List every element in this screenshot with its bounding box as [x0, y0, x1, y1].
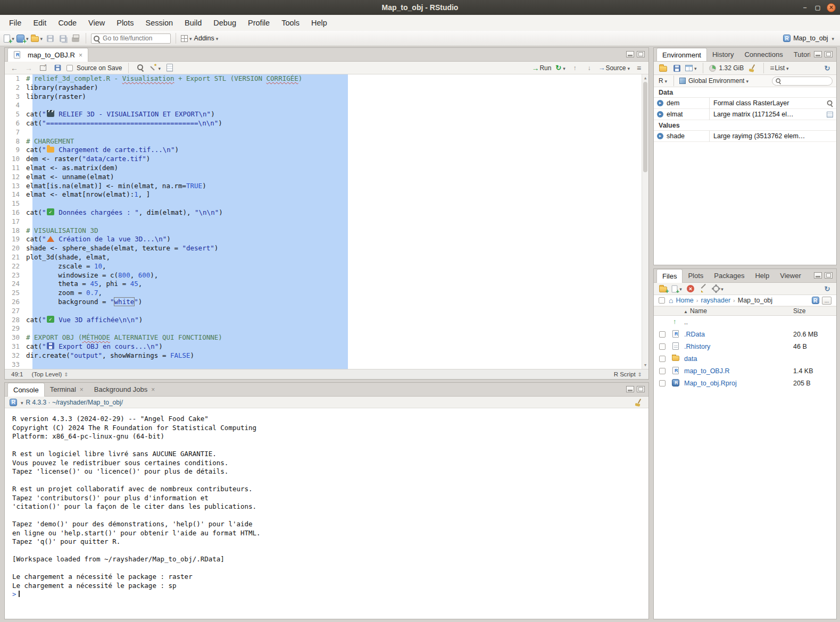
files-tab-plots[interactable]: Plots	[683, 269, 709, 282]
go-to-previous-chunk-button[interactable]	[569, 62, 580, 74]
close-icon[interactable]	[80, 385, 84, 393]
file-name[interactable]: Map_to_obj.Rproj	[684, 380, 737, 387]
file-name[interactable]: data	[684, 355, 697, 363]
code-line[interactable]: 12elmat <- unname(elmat)	[5, 173, 648, 182]
code-line[interactable]: 18# VISUALISATION 3D	[5, 226, 648, 236]
maximize-pane-button[interactable]	[637, 51, 645, 57]
new-project-button[interactable]	[16, 32, 29, 44]
project-selector[interactable]: Map_to_obj	[783, 35, 836, 42]
close-button[interactable]	[827, 3, 836, 12]
editor-tab-map-to-obj[interactable]: map_to_OBJ.R	[7, 48, 88, 62]
minimize-pane-button[interactable]	[814, 272, 822, 279]
file-name[interactable]: .RData	[684, 331, 705, 338]
files-tab-viewer[interactable]: Viewer	[775, 269, 806, 282]
display-mode-button[interactable]: List	[770, 62, 788, 74]
sort-ascending-icon[interactable]	[684, 307, 688, 315]
rerun-button[interactable]	[555, 62, 565, 74]
code-line[interactable]: 1# relief_3d_complet.R - Visualisation +…	[5, 74, 648, 83]
code-line[interactable]: 22 zscale = 10,	[5, 262, 648, 271]
minimize-button[interactable]	[801, 4, 809, 11]
language-selector[interactable]: R	[658, 75, 668, 87]
expand-icon[interactable]	[657, 111, 663, 117]
code-line[interactable]: 32dir.create("output", showWarnings = FA…	[5, 351, 648, 360]
load-workspace-button[interactable]	[658, 62, 668, 74]
source-button[interactable]: Source	[598, 62, 630, 74]
clear-console-button[interactable]	[633, 397, 644, 408]
scope-selector[interactable]: (Top Level)	[31, 371, 68, 377]
new-blank-file-button[interactable]	[671, 283, 682, 295]
memory-usage[interactable]: 1.32 GiB	[719, 64, 744, 72]
environment-object-row[interactable]: elmatLarge matrix (1171254 el…	[654, 109, 836, 120]
file-row[interactable]: ..	[654, 316, 836, 328]
scroll-down-icon[interactable]	[642, 362, 648, 368]
r-version-icon[interactable]	[10, 399, 17, 406]
expand-icon[interactable]	[657, 133, 663, 139]
maximize-pane-button[interactable]	[825, 51, 833, 57]
code-line[interactable]: 3library(raster)	[5, 93, 648, 102]
forward-button[interactable]	[23, 62, 34, 74]
new-folder-button[interactable]	[658, 283, 668, 295]
code-line[interactable]: 11elmat <- as.matrix(dem)	[5, 164, 648, 173]
code-line[interactable]: 33	[5, 360, 648, 369]
code-line[interactable]: 28cat(" Vue 3D affichée\n\n")	[5, 316, 648, 325]
menu-plots[interactable]: Plots	[111, 15, 139, 31]
back-button[interactable]	[9, 62, 20, 74]
save-workspace-button[interactable]	[671, 62, 682, 74]
goto-file-input[interactable]	[91, 33, 171, 44]
console-output[interactable]: R version 4.3.3 (2024-02-29) -- "Angel F…	[5, 408, 648, 619]
rename-file-button[interactable]	[699, 283, 710, 295]
environment-object-row[interactable]: demFormal class RasterLayer	[654, 98, 836, 109]
file-row[interactable]: Map_to_obj.Rproj205 B	[654, 377, 836, 389]
code-line[interactable]: 2library(rayshader)	[5, 83, 648, 93]
memory-gauge-icon[interactable]	[709, 65, 716, 72]
refresh-files-button[interactable]	[822, 283, 833, 295]
file-name[interactable]: map_to_OBJ.R	[684, 367, 729, 375]
file-type-selector[interactable]: R Script	[614, 371, 642, 377]
environment-tab-connections[interactable]: Connections	[739, 48, 788, 61]
save-button[interactable]	[45, 32, 55, 44]
file-checkbox[interactable]	[659, 380, 666, 386]
more-file-commands-button[interactable]	[713, 283, 723, 295]
menu-build[interactable]: Build	[179, 15, 207, 31]
menu-code[interactable]: Code	[52, 15, 82, 31]
file-checkbox[interactable]	[659, 343, 666, 350]
environment-search-input[interactable]	[784, 78, 829, 84]
table-icon[interactable]	[827, 112, 833, 117]
code-line[interactable]: 13elmat[is.na(elmat)] <- min(elmat, na.r…	[5, 182, 648, 191]
minimize-pane-button[interactable]	[814, 51, 822, 57]
code-line[interactable]: 27	[5, 307, 648, 316]
column-header-name[interactable]: Name	[690, 307, 707, 315]
expand-icon[interactable]	[657, 100, 663, 106]
find-replace-button[interactable]	[135, 62, 146, 74]
run-button[interactable]: Run	[531, 62, 551, 74]
menu-file[interactable]: File	[3, 15, 27, 31]
files-tab-files[interactable]: Files	[656, 269, 683, 283]
menu-tools[interactable]: Tools	[276, 15, 305, 31]
scrollbar-thumb[interactable]	[643, 82, 647, 172]
code-line[interactable]: 8# CHARGEMENT	[5, 137, 648, 146]
home-icon[interactable]	[669, 296, 673, 305]
scroll-up-icon[interactable]	[642, 75, 648, 81]
code-line[interactable]: 29	[5, 324, 648, 333]
code-line[interactable]: 24 theta = 45, phi = 45,	[5, 280, 648, 289]
menu-view[interactable]: View	[82, 15, 111, 31]
file-row[interactable]: map_to_OBJ.R1.4 KB	[654, 365, 836, 377]
code-line[interactable]: 26 background = "white")	[5, 298, 648, 307]
refresh-environment-button[interactable]	[822, 62, 833, 74]
code-line[interactable]: 9cat(" Chargement de carte.tif...\n")	[5, 146, 648, 155]
code-line[interactable]: 23 windowsize = c(800, 600),	[5, 271, 648, 280]
clear-environment-button[interactable]	[747, 62, 758, 74]
breadcrumb-map-to-obj[interactable]: Map_to_obj	[738, 297, 772, 304]
code-line[interactable]: 6cat("==================================…	[5, 119, 648, 128]
save-document-button[interactable]	[52, 62, 63, 74]
code-line[interactable]: 16cat(" Données chargées : ", dim(elmat)…	[5, 208, 648, 217]
go-to-next-chunk-button[interactable]	[584, 62, 594, 74]
code-line[interactable]: 25 zoom = 0.7,	[5, 289, 648, 298]
file-row[interactable]: .RData20.6 MB	[654, 328, 836, 340]
environment-object-row[interactable]: shadeLarge rayimg (3513762 elem…	[654, 131, 836, 142]
menu-debug[interactable]: Debug	[207, 15, 242, 31]
minimize-pane-button[interactable]	[626, 51, 634, 57]
print-button[interactable]	[70, 32, 81, 44]
open-file-button[interactable]	[31, 32, 43, 44]
file-name[interactable]: ..	[684, 318, 688, 326]
